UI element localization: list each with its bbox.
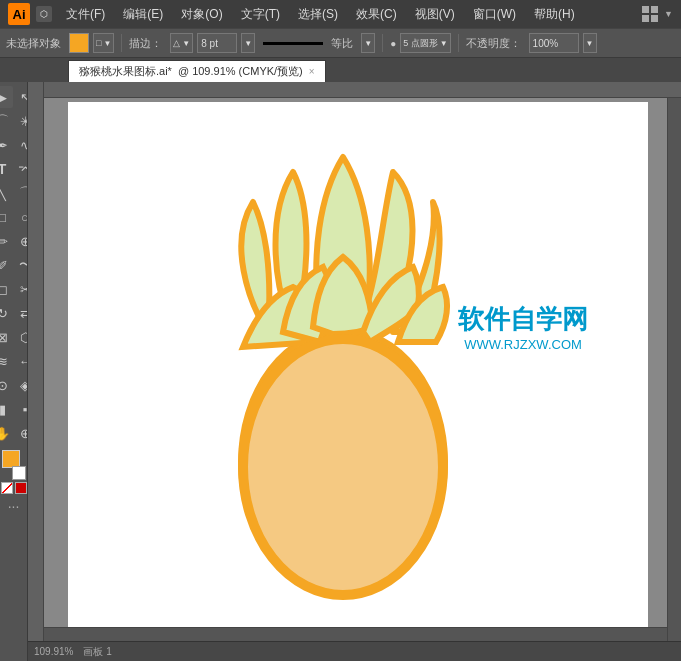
- ruler-vertical: [28, 82, 44, 661]
- width-tool[interactable]: ↔: [14, 350, 28, 372]
- line-tool[interactable]: ╲: [0, 182, 13, 204]
- tab-filename: 猕猴桃水果图标.ai*: [79, 64, 172, 79]
- menu-bar: 文件(F) 编辑(E) 对象(O) 文字(T) 选择(S) 效果(C) 视图(V…: [58, 4, 634, 25]
- zoom-tool[interactable]: ⊕: [14, 422, 28, 444]
- hand-tool[interactable]: ✋: [0, 422, 13, 444]
- tool-row-6: □ ○: [0, 206, 28, 228]
- column-chart-tool[interactable]: ▪: [14, 398, 28, 420]
- separator-2: [382, 34, 383, 52]
- blob-brush-tool[interactable]: ⊕: [14, 230, 28, 252]
- active-tab[interactable]: 猕猴桃水果图标.ai* @ 109.91% (CMYK/预览) ×: [68, 60, 326, 82]
- smooth-tool[interactable]: 〜: [14, 254, 28, 276]
- menu-object[interactable]: 对象(O): [173, 4, 230, 25]
- shape-builder-tool[interactable]: ⊙: [0, 374, 13, 396]
- magic-wand-tool[interactable]: ✳: [14, 110, 28, 132]
- pencil-tool[interactable]: ✐: [0, 254, 13, 276]
- ruler-horizontal: [28, 82, 681, 98]
- tool-row-3: ✒ ∿: [0, 134, 28, 156]
- fill-color[interactable]: [69, 33, 89, 53]
- watermark: 软件自学网 WWW.RJZXW.COM: [458, 302, 588, 352]
- title-bar: Ai ⬡ 文件(F) 编辑(E) 对象(O) 文字(T) 选择(S) 效果(C)…: [0, 0, 681, 28]
- touch-type-tool[interactable]: ⌤: [14, 158, 28, 180]
- watermark-url: WWW.RJZXW.COM: [458, 337, 588, 352]
- equal-ratio-label: 等比: [331, 36, 353, 51]
- separator-3: [458, 34, 459, 52]
- brush-dropdown[interactable]: 5 点圆形 ▼: [400, 33, 450, 53]
- stroke-width-unit[interactable]: ▼: [241, 33, 255, 53]
- opacity-label: 不透明度：: [466, 36, 521, 51]
- object-status: 未选择对象: [6, 36, 61, 51]
- lasso-tool[interactable]: ⌒: [0, 110, 13, 132]
- artboard-info: 画板 1: [83, 645, 111, 659]
- canvas-area[interactable]: 软件自学网 WWW.RJZXW.COM 109.91% 画板 1: [28, 82, 681, 661]
- pen-tool[interactable]: ✒: [0, 134, 13, 156]
- eraser-tool[interactable]: ◻: [0, 278, 13, 300]
- menu-file[interactable]: 文件(F): [58, 4, 113, 25]
- color-swatch-small[interactable]: [15, 482, 27, 494]
- main-area: ▶ ↖ ⌒ ✳ ✒ ∿ T ⌤ ╲ ⌒ □ ○ ✏ ⊕ ✐ 〜: [0, 82, 681, 661]
- rectangle-tool[interactable]: □: [0, 206, 13, 228]
- tool-row-15: ✋ ⊕: [0, 422, 28, 444]
- pineapple-artwork: [68, 102, 648, 642]
- app-icon: ⬡: [36, 6, 52, 22]
- paintbrush-tool[interactable]: ✏: [0, 230, 13, 252]
- ellipse-tool[interactable]: ○: [14, 206, 28, 228]
- scale-tool[interactable]: ⊠: [0, 326, 13, 348]
- warp-tool[interactable]: ≋: [0, 350, 13, 372]
- menu-help[interactable]: 帮助(H): [526, 4, 583, 25]
- tool-row-10: ↻ ⇄: [0, 302, 28, 324]
- stroke-preview: [263, 42, 323, 45]
- scissor-tool[interactable]: ✂: [14, 278, 28, 300]
- scroll-bar-horizontal[interactable]: [44, 627, 667, 641]
- curvature-tool[interactable]: ∿: [14, 134, 28, 156]
- color-mode-row: [1, 482, 27, 494]
- menu-view[interactable]: 视图(V): [407, 4, 463, 25]
- menu-text[interactable]: 文字(T): [233, 4, 288, 25]
- reflect-tool[interactable]: ⇄: [14, 302, 28, 324]
- workspace-icon[interactable]: [640, 4, 660, 24]
- tool-row-14: ▮ ▪: [0, 398, 28, 420]
- direct-select-tool[interactable]: ↖: [14, 86, 28, 108]
- tab-mode: @ 109.91% (CMYK/预览): [178, 64, 303, 79]
- menu-edit[interactable]: 编辑(E): [115, 4, 171, 25]
- live-paint-tool[interactable]: ◈: [14, 374, 28, 396]
- menu-effect[interactable]: 效果(C): [348, 4, 405, 25]
- artboard: 软件自学网 WWW.RJZXW.COM: [68, 102, 648, 642]
- equal-dropdown[interactable]: ▼: [361, 33, 375, 53]
- svg-point-1: [243, 339, 443, 595]
- menu-window[interactable]: 窗口(W): [465, 4, 524, 25]
- color-swatch-area: [0, 450, 28, 480]
- stroke-swatch[interactable]: [12, 466, 26, 480]
- text-tool[interactable]: T: [0, 158, 13, 180]
- chart-tool[interactable]: ▮: [0, 398, 13, 420]
- tool-row-7: ✏ ⊕: [0, 230, 28, 252]
- app-logo: Ai: [8, 3, 30, 25]
- select-tool[interactable]: ▶: [0, 86, 13, 108]
- tool-row-9: ◻ ✂: [0, 278, 28, 300]
- tab-bar: 猕猴桃水果图标.ai* @ 109.91% (CMYK/预览) ×: [0, 58, 681, 82]
- tool-row-8: ✐ 〜: [0, 254, 28, 276]
- more-tools-button[interactable]: ···: [8, 496, 20, 516]
- stroke-width-input[interactable]: [197, 33, 237, 53]
- tool-row-13: ⊙ ◈: [0, 374, 28, 396]
- tool-row-1: ▶ ↖: [0, 86, 28, 108]
- workspace-arrow: ▼: [664, 9, 673, 19]
- menu-select[interactable]: 选择(S): [290, 4, 346, 25]
- watermark-title: 软件自学网: [458, 302, 588, 337]
- opacity-dropdown[interactable]: ▼: [583, 33, 597, 53]
- tool-row-12: ≋ ↔: [0, 350, 28, 372]
- left-toolbar: ▶ ↖ ⌒ ✳ ✒ ∿ T ⌤ ╲ ⌒ □ ○ ✏ ⊕ ✐ 〜: [0, 82, 28, 661]
- scroll-bar-vertical[interactable]: [667, 98, 681, 641]
- stroke-label: 描边：: [129, 36, 162, 51]
- opacity-input[interactable]: [529, 33, 579, 53]
- fill-dropdown[interactable]: □ ▼: [93, 33, 114, 53]
- arc-tool[interactable]: ⌒: [14, 182, 28, 204]
- tool-row-5: ╲ ⌒: [0, 182, 28, 204]
- none-swatch[interactable]: [1, 482, 13, 494]
- tool-row-2: ⌒ ✳: [0, 110, 28, 132]
- stroke-dropdown[interactable]: △ ▼: [170, 33, 193, 53]
- status-bar: 109.91% 画板 1: [28, 641, 681, 661]
- rotate-tool[interactable]: ↻: [0, 302, 13, 324]
- shear-tool[interactable]: ⬡: [14, 326, 28, 348]
- tab-close-button[interactable]: ×: [309, 66, 315, 77]
